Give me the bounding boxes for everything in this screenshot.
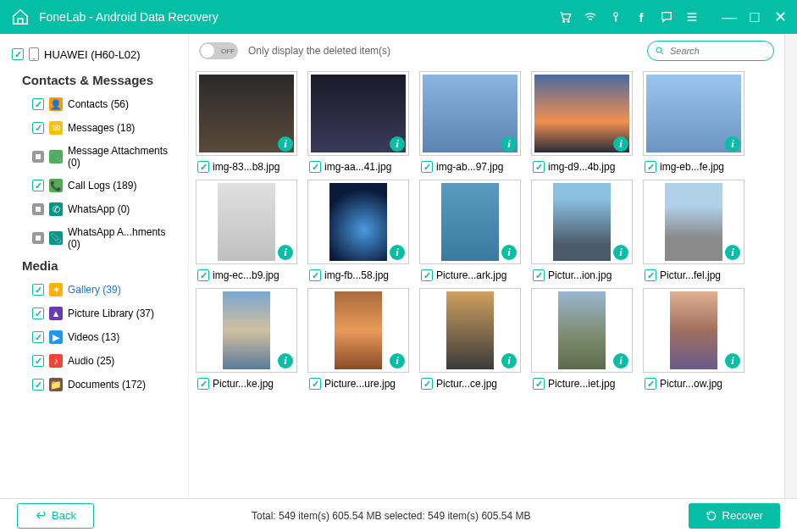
thumb-checkbox[interactable] [309,161,321,173]
item-checkbox[interactable] [32,232,44,244]
info-icon[interactable]: i [390,353,405,369]
info-icon[interactable]: i [613,245,628,260]
info-icon[interactable]: i [278,136,293,152]
info-icon[interactable]: i [390,245,405,260]
facebook-icon[interactable]: f [634,10,648,24]
thumbnail-image[interactable]: i [643,180,744,264]
item-checkbox[interactable] [32,308,44,319]
thumbnail-image[interactable]: i [531,180,633,264]
item-checkbox[interactable] [32,122,44,134]
info-icon[interactable]: i [501,136,517,152]
search-box[interactable] [647,41,774,61]
thumbnail[interactable]: iimg-d9...4b.jpg [531,71,639,173]
back-button[interactable]: Back [17,503,94,529]
wifi-icon[interactable] [584,10,597,24]
thumbnail[interactable]: iPicture...ark.jpg [419,180,528,281]
thumbnail-image[interactable]: i [196,180,297,264]
thumb-checkbox[interactable] [421,269,433,281]
thumbnail-image[interactable]: i [307,288,409,373]
cart-icon[interactable] [558,10,572,24]
item-checkbox[interactable] [32,331,44,343]
sidebar-item[interactable]: 📞Call Logs (189) [7,175,181,196]
thumbnail[interactable]: iimg-83...b8.jpg [196,71,304,173]
info-icon[interactable]: i [501,353,517,369]
item-checkbox[interactable] [32,151,44,163]
thumbnail-image[interactable]: i [196,71,297,156]
thumb-checkbox[interactable] [197,378,209,390]
thumbnail[interactable]: iPicture...ure.jpg [307,288,416,390]
info-icon[interactable]: i [501,245,517,260]
info-icon[interactable]: i [613,353,628,369]
sidebar-item[interactable]: 📎WhatsApp A...hments (0) [7,223,181,253]
thumbnail[interactable]: iPicture...iet.jpg [531,288,639,390]
item-checkbox[interactable] [32,98,44,110]
thumb-checkbox[interactable] [309,269,321,281]
minimize-button[interactable]: — [722,10,736,24]
menu-icon[interactable] [685,10,699,24]
scrollbar[interactable] [785,34,797,498]
thumb-checkbox[interactable] [197,161,209,173]
sidebar-item[interactable]: 📁Documents (172) [7,374,181,395]
sidebar-item[interactable]: 📎Message Attachments (0) [7,141,181,172]
close-button[interactable]: ✕ [773,10,787,24]
thumbnail[interactable]: iimg-aa...41.jpg [307,71,416,173]
info-icon[interactable]: i [725,136,740,152]
sidebar-item[interactable]: ✉Messages (18) [7,118,181,138]
thumb-checkbox[interactable] [421,161,433,173]
chat-icon[interactable] [660,10,673,24]
item-checkbox[interactable] [32,284,44,296]
sidebar-item[interactable]: ♪Audio (25) [7,351,181,371]
thumb-checkbox[interactable] [645,269,656,281]
home-icon[interactable] [10,7,30,27]
sidebar-item[interactable]: 👤Contacts (56) [7,94,181,114]
thumb-checkbox[interactable] [533,161,545,173]
key-icon[interactable] [609,10,623,24]
thumbnail-image[interactable]: i [419,180,521,264]
thumb-checkbox[interactable] [645,378,656,390]
info-icon[interactable]: i [390,136,405,152]
info-icon[interactable]: i [278,353,293,369]
thumbnail-image[interactable]: i [643,288,744,373]
thumbnail[interactable]: iimg-fb...58.jpg [307,180,416,281]
thumbnail-image[interactable]: i [419,288,521,373]
thumbnail[interactable]: iPictur...ow.jpg [643,288,751,390]
thumbnail[interactable]: iPictur...ion.jpg [531,180,639,281]
thumbnail[interactable]: iimg-ab...97.jpg [419,71,528,173]
thumbnail-image[interactable]: i [643,71,744,156]
thumb-checkbox[interactable] [309,378,321,390]
thumbnail[interactable]: iimg-ec...b9.jpg [196,180,304,281]
search-input[interactable] [670,46,763,56]
info-icon[interactable]: i [278,245,293,260]
thumbnail[interactable]: iPictur...fel.jpg [643,180,751,281]
thumb-checkbox[interactable] [197,269,209,281]
thumbnail-image[interactable]: i [307,180,409,264]
item-checkbox[interactable] [32,180,44,191]
sidebar-item[interactable]: ▶Videos (13) [7,327,181,347]
item-checkbox[interactable] [32,203,44,215]
thumbnail[interactable]: iPictur...ce.jpg [419,288,528,390]
recover-button[interactable]: Recover [689,503,780,529]
thumbnail[interactable]: iimg-eb...fe.jpg [643,71,751,173]
sidebar-item[interactable]: ✶Gallery (39) [7,280,181,300]
device-row[interactable]: HUAWEI (H60-L02) [7,44,181,64]
thumbnail-image[interactable]: i [307,71,409,156]
thumbnail-image[interactable]: i [196,288,297,373]
thumb-checkbox[interactable] [645,161,656,173]
thumbnail-image[interactable]: i [531,288,633,373]
thumbnail[interactable]: iPictur...ke.jpg [196,288,304,390]
thumbnail-image[interactable]: i [419,71,521,156]
thumb-checkbox[interactable] [533,269,545,281]
info-icon[interactable]: i [725,245,740,260]
device-checkbox[interactable] [12,48,24,60]
item-checkbox[interactable] [32,379,44,391]
info-icon[interactable]: i [613,136,628,152]
deleted-only-toggle[interactable]: OFF [199,42,238,59]
thumbnail-image[interactable]: i [531,71,633,156]
maximize-button[interactable]: □ [748,10,761,24]
info-icon[interactable]: i [725,353,740,369]
sidebar-item[interactable]: ✆WhatsApp (0) [7,199,181,219]
thumb-checkbox[interactable] [421,378,433,390]
sidebar-item[interactable]: ▲Picture Library (37) [7,303,181,324]
item-checkbox[interactable] [32,355,44,367]
thumb-checkbox[interactable] [533,378,545,390]
